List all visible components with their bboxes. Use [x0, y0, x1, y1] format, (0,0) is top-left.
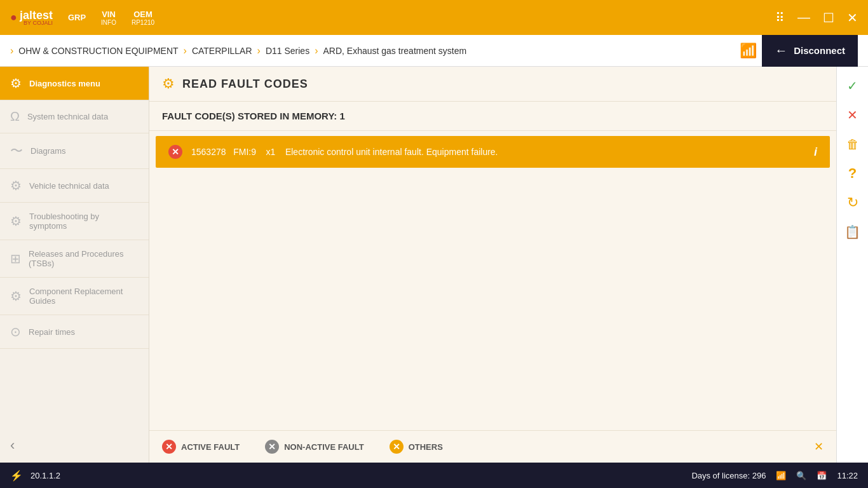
breadcrumb-sep-1: ›: [184, 45, 187, 57]
content-header: ⚙ READ FAULT CODES: [149, 67, 836, 102]
repair-icon: ⊙: [10, 324, 21, 339]
fault-list: ✕ 1563278 FMI:9 x1 Electronic control un…: [149, 131, 836, 430]
fault-active-icon: ✕: [168, 145, 182, 159]
vehicle-tech-icon: ⚙: [10, 178, 22, 193]
sidebar-item-repair[interactable]: ⊙ Repair times: [0, 315, 149, 349]
report-button[interactable]: 📋: [840, 219, 865, 245]
sidebar-label-diagrams: Diagrams: [31, 146, 66, 156]
fault-count: x1: [266, 147, 276, 157]
top-bar-left: ● jaltest BY COJALI GRP VIN INFO OEM RP1…: [10, 9, 154, 26]
logo: ● jaltest BY COJALI: [10, 9, 53, 26]
sidebar-label-vehicle: Vehicle technical data: [29, 181, 109, 191]
breadcrumb-ohw[interactable]: OHW & CONSTRUCTION EQUIPMENT: [18, 46, 178, 56]
help-button[interactable]: ?: [840, 161, 865, 186]
license-label: Days of license: 296: [691, 471, 766, 480]
sidebar-item-troubleshooting[interactable]: ⚙ Troubleshooting by symptoms: [0, 203, 149, 240]
usb-icon: ⚡: [10, 470, 23, 482]
breadcrumb-right: 📶 ← Disconnect: [740, 35, 858, 67]
right-toolbar: ✓ ✕ 🗑 ? ↻ 📋: [836, 67, 868, 463]
legend-others: ✕ OTHERS: [390, 440, 443, 454]
active-fault-icon: ✕: [162, 440, 176, 454]
component-icon: ⚙: [10, 288, 22, 304]
maximize-icon[interactable]: ☐: [823, 10, 834, 25]
system-tech-icon: Ω: [10, 109, 20, 124]
legend-nonactive: ✕ NON-ACTIVE FAULT: [265, 440, 363, 454]
calendar-icon: 📅: [817, 471, 827, 480]
fault-summary: FAULT CODE(S) STORED IN MEMORY: 1: [149, 102, 836, 131]
read-fault-icon: ⚙: [162, 76, 175, 92]
time-label: 11:22: [837, 471, 858, 480]
others-fault-label: OTHERS: [409, 442, 443, 452]
fault-code: 1563278: [191, 147, 226, 157]
disconnect-button[interactable]: ← Disconnect: [762, 35, 858, 67]
sidebar: ⚙ Diagnostics menu Ω System technical da…: [0, 67, 149, 463]
fault-text: 1563278 FMI:9 x1 Electronic control unit…: [191, 147, 805, 157]
confirm-button[interactable]: ✓: [840, 73, 865, 98]
version-label: 20.1.1.2: [31, 471, 60, 480]
sidebar-label-diagnostics: Diagnostics menu: [29, 79, 100, 88]
signal-icon[interactable]: 📶: [740, 43, 757, 59]
nav-grp[interactable]: GRP: [68, 13, 86, 22]
sidebar-item-vehicle-technical[interactable]: ⚙ Vehicle technical data: [0, 169, 149, 203]
legend-active: ✕ ACTIVE FAULT: [162, 440, 240, 454]
sidebar-item-releases[interactable]: ⊞ Releases and Procedures (TSBs): [0, 240, 149, 278]
fault-legend: ✕ ACTIVE FAULT ✕ NON-ACTIVE FAULT ✕ OTHE…: [149, 430, 836, 463]
close-icon[interactable]: ✕: [847, 10, 858, 25]
sidebar-label-releases: Releases and Procedures (TSBs): [29, 249, 139, 268]
fault-row[interactable]: ✕ 1563278 FMI:9 x1 Electronic control un…: [156, 136, 830, 168]
sidebar-label-system: System technical data: [27, 112, 108, 121]
nav-oem[interactable]: OEM RP1210: [132, 10, 154, 26]
logo-dot: ●: [10, 11, 17, 24]
sidebar-item-diagrams[interactable]: 〜 Diagrams: [0, 133, 149, 169]
content-area: ⚙ READ FAULT CODES FAULT CODE(S) STORED …: [149, 67, 836, 463]
breadcrumb: › OHW & CONSTRUCTION EQUIPMENT › CATERPI…: [10, 45, 740, 57]
diagrams-icon: 〜: [10, 142, 23, 159]
breadcrumb-sep-0: ›: [10, 45, 13, 57]
main-layout: ⚙ Diagnostics menu Ω System technical da…: [0, 67, 868, 463]
refresh-button[interactable]: ↻: [840, 190, 865, 215]
nonactive-fault-icon: ✕: [265, 440, 279, 454]
bottom-right: Days of license: 296 📶 🔍 📅 11:22: [691, 471, 858, 480]
active-fault-label: ACTIVE FAULT: [181, 442, 240, 452]
releases-icon: ⊞: [10, 251, 21, 266]
zoom-icon: 🔍: [796, 471, 806, 480]
wifi-icon: 📶: [776, 471, 786, 480]
sidebar-back-button[interactable]: ‹: [0, 428, 149, 463]
disconnect-label: Disconnect: [794, 45, 845, 56]
fault-fmi: FMI:9: [233, 147, 256, 157]
delete-button[interactable]: 🗑: [840, 132, 865, 157]
diagnostics-icon: ⚙: [10, 76, 22, 91]
grid-icon[interactable]: ⠿: [775, 10, 785, 25]
breadcrumb-bar: › OHW & CONSTRUCTION EQUIPMENT › CATERPI…: [0, 35, 868, 67]
breadcrumb-current: ARD, Exhaust gas treatment system: [323, 46, 466, 56]
sidebar-item-system-technical[interactable]: Ω System technical data: [0, 100, 149, 133]
nav-vin[interactable]: VIN INFO: [101, 10, 116, 26]
troubleshooting-icon: ⚙: [10, 214, 22, 229]
nonactive-fault-label: NON-ACTIVE FAULT: [284, 442, 363, 452]
breadcrumb-caterpillar[interactable]: CATERPILLAR: [192, 46, 252, 56]
sidebar-label-component: Component Replacement Guides: [29, 287, 139, 306]
sidebar-label-troubleshooting: Troubleshooting by symptoms: [29, 212, 139, 231]
top-bar-right: ⠿ — ☐ ✕: [775, 10, 858, 25]
minimize-icon[interactable]: —: [797, 10, 810, 25]
breadcrumb-sep-3: ›: [315, 45, 318, 57]
fault-info-icon[interactable]: i: [814, 146, 817, 159]
disconnect-arrow-icon: ←: [775, 43, 787, 58]
breadcrumb-d11[interactable]: D11 Series: [266, 46, 309, 56]
breadcrumb-sep-2: ›: [257, 45, 261, 57]
back-arrow-icon: ‹: [10, 437, 15, 453]
sidebar-label-repair: Repair times: [29, 327, 75, 337]
sidebar-item-diagnostics-menu[interactable]: ⚙ Diagnostics menu: [0, 67, 149, 100]
others-fault-icon: ✕: [390, 440, 403, 454]
fault-description: Electronic control unit internal fault. …: [285, 147, 498, 157]
bottom-bar: ⚡ 20.1.1.2 Days of license: 296 📶 🔍 📅 11…: [0, 463, 868, 488]
sidebar-item-component[interactable]: ⚙ Component Replacement Guides: [0, 278, 149, 315]
logo-sub: BY COJALI: [20, 20, 53, 26]
bottom-left: ⚡ 20.1.1.2: [10, 470, 60, 482]
top-bar: ● jaltest BY COJALI GRP VIN INFO OEM RP1…: [0, 0, 868, 35]
cancel-button[interactable]: ✕: [840, 102, 865, 128]
content-title: READ FAULT CODES: [182, 78, 308, 91]
legend-close-button[interactable]: ✕: [814, 440, 824, 454]
